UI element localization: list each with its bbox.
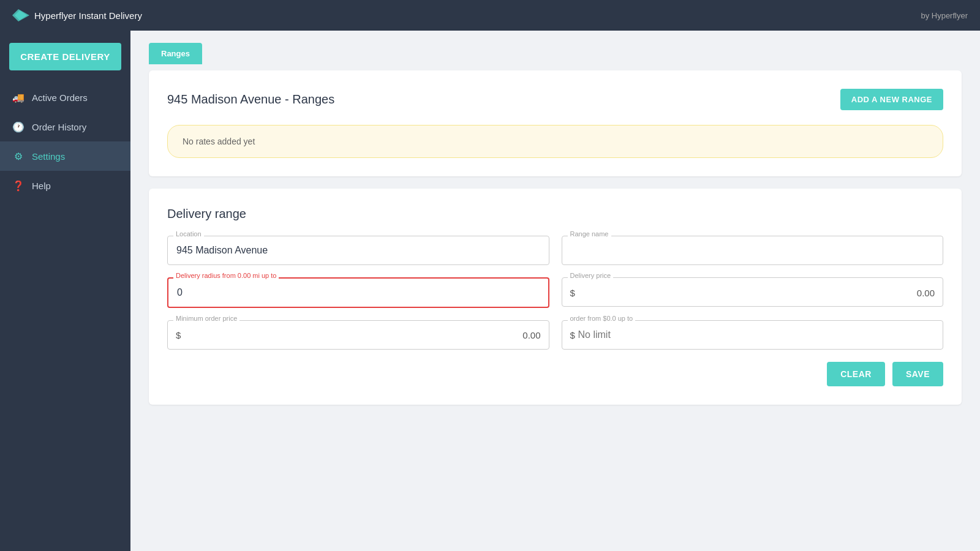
order-upto-field: order from $0.0 up to $ — [562, 320, 944, 350]
delivery-radius-field: Delivery radius from 0.00 mi up to — [167, 277, 549, 308]
clear-button[interactable]: CLEAR — [827, 362, 885, 386]
min-order-label: Minimum order price — [173, 315, 239, 322]
min-order-input[interactable] — [167, 320, 549, 350]
tab-ranges[interactable]: Ranges — [149, 43, 202, 64]
ranges-card-header: 945 Madison Avenue - Ranges ADD A NEW RA… — [167, 89, 943, 110]
delivery-price-value: 0.00 — [917, 288, 935, 298]
form-row-2: Delivery radius from 0.00 mi up to Deliv… — [167, 277, 943, 308]
clock-icon: 🕐 — [12, 121, 24, 133]
delivery-price-field: Delivery price $ 0.00 — [562, 277, 944, 308]
sidebar-item-active-orders[interactable]: 🚚 Active Orders — [0, 83, 130, 112]
main-content: Ranges 945 Madison Avenue - Ranges ADD A… — [130, 31, 980, 551]
tab-bar: Ranges — [149, 43, 962, 64]
sidebar-label-active-orders: Active Orders — [32, 92, 88, 103]
order-upto-input[interactable] — [562, 320, 944, 350]
range-name-label: Range name — [568, 230, 611, 238]
order-upto-label: order from $0.0 up to — [568, 315, 636, 322]
truck-icon: 🚚 — [12, 91, 24, 103]
delivery-price-prefix: $ — [570, 288, 575, 298]
location-field: Location — [167, 236, 549, 265]
topbar: Hyperflyer Instant Delivery by Hyperflye… — [0, 0, 980, 31]
order-upto-prefix: $ — [570, 330, 575, 340]
sidebar-label-order-history: Order History — [32, 122, 86, 132]
sidebar: CREATE DELIVERY 🚚 Active Orders 🕐 Order … — [0, 31, 130, 551]
form-row-1: Location Range name — [167, 236, 943, 265]
brand-icon — [12, 9, 29, 21]
location-label: Location — [173, 230, 204, 238]
delivery-range-title: Delivery range — [167, 207, 943, 221]
ranges-title: 945 Madison Avenue - Ranges — [167, 92, 334, 107]
add-range-button[interactable]: ADD A NEW RANGE — [840, 89, 943, 110]
save-button[interactable]: SAVE — [892, 362, 943, 386]
delivery-radius-input[interactable] — [167, 277, 549, 308]
min-order-value: 0.00 — [522, 330, 540, 340]
delivery-price-label: Delivery price — [568, 272, 614, 279]
topbar-right: by Hyperflyer — [921, 11, 968, 20]
delivery-range-card: Delivery range Location Range name Deliv… — [149, 189, 962, 405]
sidebar-item-order-history[interactable]: 🕐 Order History — [0, 112, 130, 141]
no-rates-banner: No rates added yet — [167, 125, 943, 158]
brand-name: Hyperflyer Instant Delivery — [34, 10, 142, 21]
sidebar-item-help[interactable]: ❓ Help — [0, 171, 130, 200]
brand: Hyperflyer Instant Delivery — [12, 9, 142, 21]
sidebar-label-help: Help — [32, 181, 51, 191]
help-icon: ❓ — [12, 179, 24, 192]
gear-icon: ⚙ — [12, 150, 24, 162]
create-delivery-button[interactable]: CREATE DELIVERY — [9, 43, 121, 70]
delivery-price-input[interactable] — [562, 277, 944, 307]
sidebar-item-settings[interactable]: ⚙ Settings — [0, 141, 130, 171]
location-input[interactable] — [167, 236, 549, 265]
range-name-field: Range name — [562, 236, 944, 265]
range-name-input[interactable] — [562, 236, 944, 265]
no-rates-text: No rates added yet — [183, 137, 255, 146]
form-row-3: Minimum order price $ 0.00 order from $0… — [167, 320, 943, 350]
min-order-field: Minimum order price $ 0.00 — [167, 320, 549, 350]
sidebar-label-settings: Settings — [32, 151, 65, 162]
min-order-prefix: $ — [176, 330, 181, 340]
form-actions: CLEAR SAVE — [167, 362, 943, 386]
ranges-card: 945 Madison Avenue - Ranges ADD A NEW RA… — [149, 70, 962, 176]
delivery-radius-label: Delivery radius from 0.00 mi up to — [173, 272, 279, 279]
